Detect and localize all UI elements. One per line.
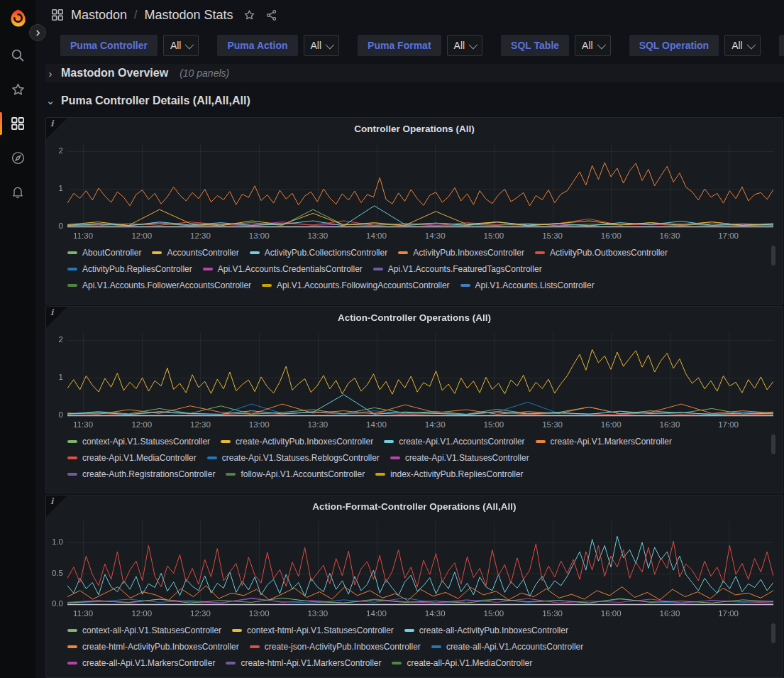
- filter-value-dropdown[interactable]: All: [163, 35, 199, 56]
- legend-item[interactable]: create-Api.V1.MediaController: [67, 453, 197, 463]
- dashboards-grid-icon: [11, 116, 25, 131]
- legend-item[interactable]: create-ActivityPub.InboxesController: [221, 437, 373, 447]
- x-tick-label: 12:00: [128, 420, 155, 429]
- legend-item[interactable]: create-all-ActivityPub.InboxesController: [404, 625, 568, 635]
- legend-swatch-icon: [262, 284, 272, 287]
- sidebar-item-search[interactable]: [0, 40, 35, 71]
- legend-label: ActivityPub.OutboxesController: [550, 248, 668, 258]
- legend-item[interactable]: create-all-Api.V1.AccountsController: [431, 642, 583, 652]
- row-title: Mastodon Overview: [61, 67, 168, 80]
- legend-label: AccountsController: [167, 248, 238, 258]
- compass-icon: [11, 151, 26, 165]
- y-tick-label: 0: [46, 410, 63, 419]
- x-tick-label: 15:00: [480, 231, 507, 240]
- legend-row: Api.V1.Accounts.FollowerAccountsControll…: [67, 277, 763, 293]
- filter-value-dropdown[interactable]: All: [447, 35, 483, 56]
- time-series-chart[interactable]: [67, 331, 773, 417]
- legend-item[interactable]: create-Api.V1.AccountsController: [384, 437, 524, 447]
- time-series-chart[interactable]: [67, 142, 773, 229]
- x-tick-label: 11:30: [70, 609, 96, 618]
- sidebar-expand-button[interactable]: [29, 24, 46, 41]
- favorite-star-icon[interactable]: [243, 9, 255, 21]
- legend-item[interactable]: Api.V1.Accounts.FollowingAccountsControl…: [262, 280, 449, 290]
- x-tick-label: 17:00: [715, 231, 742, 240]
- legend-label: Api.V1.Accounts.FollowerAccountsControll…: [82, 280, 251, 290]
- legend-item[interactable]: ActivityPub.OutboxesController: [535, 248, 668, 258]
- legend-item[interactable]: Api.V1.Accounts.FeaturedTagsController: [373, 264, 542, 274]
- x-tick-label: 14:30: [421, 231, 448, 240]
- legend-swatch-icon: [392, 662, 402, 665]
- legend-item[interactable]: create-Api.V1.MarkersController: [536, 437, 672, 447]
- filter-value-dropdown[interactable]: All: [304, 35, 340, 56]
- legend-item[interactable]: AccountsController: [152, 248, 238, 258]
- filter-group-puma-format: Puma Format All: [358, 35, 482, 56]
- filter-label[interactable]: SQL Table: [501, 35, 569, 56]
- legend-label: create-Auth.RegistrationsController: [82, 469, 215, 479]
- legend-item[interactable]: context-Api.V1.StatusesController: [67, 437, 210, 447]
- x-tick-label: 14:00: [363, 609, 390, 618]
- time-series-chart[interactable]: [67, 520, 773, 606]
- legend-label: create-Api.V1.AccountsController: [399, 437, 524, 447]
- legend: AboutControllerAccountsControllerActivit…: [67, 244, 763, 293]
- legend-item[interactable]: Api.V1.Accounts.ListsController: [460, 280, 595, 290]
- legend-scrollbar[interactable]: [771, 623, 775, 643]
- legend-scrollbar[interactable]: [771, 434, 775, 454]
- filter-label[interactable]: Puma Controller: [60, 35, 158, 56]
- legend-item[interactable]: Api.V1.Accounts.FollowerAccountsControll…: [67, 280, 251, 290]
- variable-filter-row: Puma Controller All Puma Action All Puma…: [60, 33, 784, 58]
- x-tick-label: 15:30: [539, 231, 566, 240]
- legend-item[interactable]: create-all-Api.V1.MarkersController: [67, 658, 215, 668]
- filter-label[interactable]: Cache Operation: [779, 35, 784, 56]
- legend-item[interactable]: AboutController: [67, 248, 141, 258]
- legend-item[interactable]: context-html-Api.V1.StatusesController: [232, 625, 394, 635]
- legend-item[interactable]: ActivityPub.RepliesController: [67, 264, 192, 274]
- x-tick-label: 12:30: [187, 420, 214, 429]
- legend-swatch-icon: [226, 473, 236, 476]
- legend-label: create-ActivityPub.InboxesController: [236, 437, 373, 447]
- sidebar-item-starred[interactable]: [0, 74, 35, 105]
- panel-title[interactable]: Controller Operations (All): [46, 124, 783, 134]
- legend-item[interactable]: ActivityPub.CollectionsController: [250, 248, 387, 258]
- legend-item[interactable]: create-html-ActivityPub.InboxesControlle…: [67, 642, 239, 652]
- legend-item[interactable]: index-ActivityPub.RepliesController: [375, 469, 523, 479]
- x-tick-label: 13:00: [245, 420, 272, 429]
- x-tick-label: 13:30: [304, 231, 331, 240]
- filter-label[interactable]: Puma Action: [217, 35, 297, 56]
- legend-item[interactable]: Api.V1.Accounts.CredentialsController: [203, 264, 363, 274]
- row-puma-controller-details[interactable]: ⌄ Puma Controller Details (All,All,All): [45, 92, 784, 110]
- row-mastodon-overview[interactable]: › Mastodon Overview (10 panels): [45, 64, 784, 82]
- legend-item[interactable]: create-Auth.RegistrationsController: [67, 469, 215, 479]
- sidebar-item-dashboards[interactable]: [0, 108, 35, 139]
- legend-item[interactable]: follow-Api.V1.AccountsController: [226, 469, 365, 479]
- panel-title[interactable]: Action-Controller Operations (All): [46, 312, 783, 323]
- share-icon[interactable]: [265, 9, 277, 21]
- legend-item[interactable]: create-all-Api.V1.MediaController: [392, 658, 532, 668]
- x-tick-label: 16:30: [656, 231, 683, 240]
- filter-value-dropdown[interactable]: All: [575, 35, 611, 56]
- filter-value-dropdown[interactable]: All: [724, 35, 761, 56]
- panel-title[interactable]: Action-Format-Controller Operations (All…: [46, 501, 783, 512]
- legend-label: create-all-Api.V1.MarkersController: [82, 658, 215, 668]
- breadcrumb: Mastodon / Mastodon Stats: [51, 4, 277, 26]
- legend-item[interactable]: create-Api.V1.Statuses.ReblogsController: [207, 453, 380, 463]
- legend-item[interactable]: create-Api.V1.StatusesController: [390, 453, 529, 463]
- filter-label[interactable]: Puma Format: [358, 35, 441, 56]
- legend-label: Api.V1.Accounts.FollowingAccountsControl…: [277, 280, 449, 290]
- legend-item[interactable]: context-all-Api.V1.StatusesController: [67, 625, 221, 635]
- legend-swatch-icon: [384, 440, 394, 443]
- legend-label: context-all-Api.V1.StatusesController: [82, 625, 221, 635]
- sidebar-item-alerting[interactable]: [0, 176, 35, 207]
- x-tick-label: 17:00: [715, 420, 742, 429]
- legend-row: context-all-Api.V1.StatusesControllercon…: [67, 622, 763, 638]
- legend-row: AboutControllerAccountsControllerActivit…: [67, 244, 763, 261]
- sidebar-item-explore[interactable]: [0, 142, 35, 173]
- legend-item[interactable]: create-html-Api.V1.MarkersController: [226, 658, 381, 668]
- legend-swatch-icon: [232, 629, 242, 632]
- filter-label[interactable]: SQL Operation: [629, 35, 719, 56]
- legend-swatch-icon: [375, 473, 385, 476]
- legend-scrollbar[interactable]: [771, 246, 775, 266]
- legend-item[interactable]: create-json-ActivityPub.InboxesControlle…: [250, 642, 421, 652]
- breadcrumb-section[interactable]: Mastodon: [71, 8, 127, 23]
- legend-item[interactable]: ActivityPub.InboxesController: [398, 248, 524, 258]
- legend-label: Api.V1.Accounts.FeaturedTagsController: [388, 264, 542, 274]
